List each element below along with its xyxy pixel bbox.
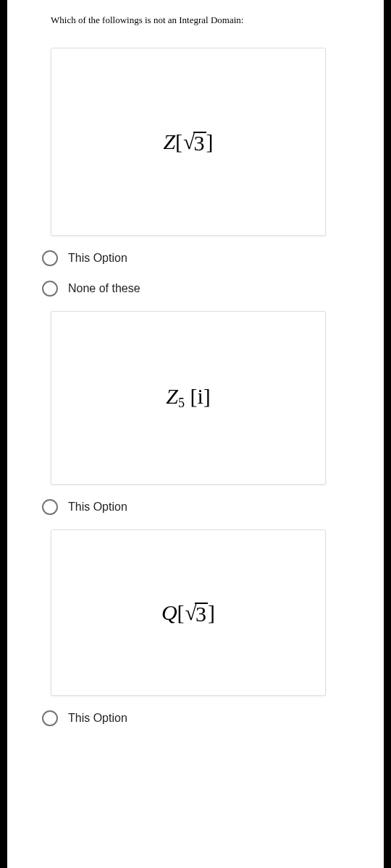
option-row-3[interactable]: This Option xyxy=(7,492,384,522)
option-label: This Option xyxy=(68,501,127,514)
form-page: Which of the followings is not an Integr… xyxy=(7,0,384,868)
option-row-1[interactable]: This Option xyxy=(7,243,384,273)
option-label: This Option xyxy=(68,712,127,725)
option-label: None of these xyxy=(68,282,140,295)
option-image-3: Q[√3] xyxy=(51,529,326,696)
question-text: Which of the followings is not an Integr… xyxy=(7,14,384,41)
radio-icon[interactable] xyxy=(42,250,58,266)
math-expression-1: Z[√3] xyxy=(163,129,213,154)
option-row-2[interactable]: None of these xyxy=(7,273,384,304)
radio-icon[interactable] xyxy=(42,710,58,726)
option-row-4[interactable]: This Option xyxy=(7,703,384,733)
option-image-1: Z[√3] xyxy=(51,48,326,236)
radio-icon[interactable] xyxy=(42,281,58,297)
math-expression-3: Q[√3] xyxy=(161,600,215,625)
option-label: This Option xyxy=(68,252,127,265)
math-expression-2: Z5 [i] xyxy=(166,384,211,411)
option-image-2: Z5 [i] xyxy=(51,311,326,485)
radio-icon[interactable] xyxy=(42,499,58,515)
